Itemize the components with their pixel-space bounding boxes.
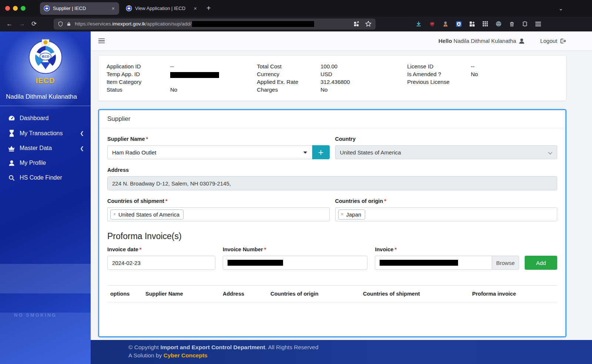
invoice-file-input[interactable] <box>375 256 492 270</box>
tab-supplier[interactable]: Supplier | IECD × <box>40 2 119 15</box>
summary-label: Currency <box>257 70 320 78</box>
summary-value: No <box>471 70 558 78</box>
column-header-options: options <box>107 286 142 302</box>
summary-label: Applied Ex. Rate <box>257 78 320 86</box>
sidebar-item-hs-code-finder[interactable]: HS Code Finder <box>0 170 91 185</box>
sidebar: NO SMOKING IECD IECD Nadila Dithmal Kula… <box>0 31 91 364</box>
lock-icon[interactable] <box>67 21 71 27</box>
bookmark-star-icon[interactable] <box>365 21 371 27</box>
summary-value: USD <box>320 70 407 78</box>
extensions-puzzle-icon[interactable] <box>522 21 528 27</box>
chevron-left-icon: ❮ <box>80 130 84 136</box>
required-asterisk: * <box>139 246 142 252</box>
sidebar-item-dashboard[interactable]: Dashboard <box>0 110 91 126</box>
page-content: Application ID-- Temp App. ID Item Categ… <box>91 51 592 340</box>
tab-close-icon[interactable]: × <box>193 6 198 11</box>
reload-button[interactable]: ⟳ <box>31 20 37 28</box>
remove-tag-icon[interactable]: × <box>113 212 116 217</box>
forward-button[interactable]: → <box>19 20 25 28</box>
browser-toolbar: ← → ⟳ https://eservices.imexport.gov.lk/… <box>0 17 592 31</box>
summary-value <box>471 78 558 86</box>
back-button[interactable]: ← <box>6 20 13 28</box>
supplier-card-title: Supplier <box>99 110 565 128</box>
countries-of-shipment-multiselect[interactable]: × United States of America <box>107 207 330 221</box>
list-all-tabs-icon[interactable]: ⌄ <box>558 5 563 12</box>
required-asterisk: * <box>165 198 168 204</box>
summary-value: 312.436800 <box>320 78 407 86</box>
sidebar-item-master-data[interactable]: Master Data ❮ <box>0 141 91 156</box>
summary-label: License ID <box>407 62 471 70</box>
summary-value <box>170 78 257 86</box>
sidebar-item-my-transactions[interactable]: My Transactions ❮ <box>0 126 91 141</box>
summary-value: No <box>170 86 257 93</box>
logout-button[interactable]: Logout <box>540 38 566 44</box>
browse-button[interactable]: Browse <box>492 256 519 270</box>
summary-label: Charges <box>257 86 320 93</box>
window-controls[interactable] <box>5 6 34 11</box>
countries-of-origin-multiselect[interactable]: × Japan <box>335 207 558 221</box>
sidebar-item-my-profile[interactable]: My Profile <box>0 156 91 170</box>
summary-label: Previous License <box>407 78 471 86</box>
footer: © Copyright Import and Export Control De… <box>91 340 592 364</box>
summary-label: Total Cost <box>257 62 320 70</box>
cyber-concepts-link[interactable]: Cyber Concepts <box>164 352 208 358</box>
apps-grid-icon[interactable] <box>482 21 488 27</box>
copyright-line: © Copyright Import and Export Control De… <box>128 344 592 351</box>
tracking-shield-icon[interactable] <box>58 21 63 27</box>
suppliers-table: options Supplier Name Address Countries … <box>107 285 557 302</box>
ublock-origin-icon[interactable]: UO <box>429 21 435 27</box>
country-value: United States of America <box>340 149 401 156</box>
countries-of-origin-label: Countries of origin* <box>335 198 558 204</box>
column-header-proforma-invoice: Proforma invoice <box>469 286 557 302</box>
password-manager-icon[interactable] <box>456 21 462 27</box>
iecd-favicon <box>126 5 132 11</box>
tag-label: United States of America <box>118 211 179 218</box>
sidebar-toggle-icon[interactable] <box>98 38 105 44</box>
summary-column-1: Application ID-- Temp App. ID Item Categ… <box>107 62 257 93</box>
url-bar[interactable]: https://eservices.imexport.gov.lk/applic… <box>54 18 376 30</box>
brand-text: IECD <box>0 76 91 85</box>
sidebar-item-label: HS Code Finder <box>20 174 62 181</box>
supplier-name-select[interactable]: Ham Radio Outlet <box>107 145 312 159</box>
add-invoice-button[interactable]: Add <box>525 256 557 270</box>
invoice-date-input[interactable]: 2024-02-23 <box>107 256 215 270</box>
blocks-add-icon[interactable] <box>469 21 475 27</box>
address-input[interactable]: 224 N. Broadway D-12, Salem, NH 03079-21… <box>107 176 557 190</box>
summary-value: -- <box>471 62 558 70</box>
required-asterisk: * <box>264 246 266 252</box>
summary-column-3: License ID-- Is Amended ?No Previous Lic… <box>407 62 558 93</box>
sidebar-item-label: Dashboard <box>20 115 48 122</box>
new-tab-button[interactable]: + <box>206 4 211 13</box>
country-select[interactable]: United States of America <box>335 145 558 159</box>
remove-tag-icon[interactable]: × <box>341 212 344 217</box>
top-navbar: Hello Nadila Dithmal Kulanatha Logout <box>91 31 592 51</box>
tab-view-application[interactable]: View Application | IECD × <box>122 2 201 15</box>
privacy-figure-icon[interactable] <box>443 21 448 27</box>
column-header-supplier-name: Supplier Name <box>142 286 220 302</box>
downloads-icon[interactable] <box>416 21 422 27</box>
add-supplier-button[interactable]: + <box>312 145 330 159</box>
summary-value: 100.00 <box>320 62 407 70</box>
solution-line: A Solution by Cyber Concepts <box>128 352 592 359</box>
robot-extension-icon[interactable] <box>495 21 502 27</box>
iecd-favicon <box>44 5 50 11</box>
redacted-value <box>228 260 283 266</box>
user-icon[interactable] <box>519 38 525 44</box>
reader-mode-icon[interactable] <box>353 21 359 27</box>
zoom-window-button[interactable] <box>21 6 26 11</box>
sidebar-item-label: My Profile <box>20 160 46 166</box>
selected-country-tag: × United States of America <box>110 210 184 220</box>
select-caret-icon <box>303 152 307 154</box>
minimize-window-button[interactable] <box>13 6 18 11</box>
close-window-button[interactable] <box>5 6 10 11</box>
summary-value-redacted <box>170 70 257 78</box>
sidebar-background-text: NO SMOKING <box>14 312 57 318</box>
summary-label: Temp App. ID <box>107 70 170 78</box>
invoice-number-input[interactable] <box>223 256 368 270</box>
main-area: Hello Nadila Dithmal Kulanatha Logout Ap… <box>91 31 592 364</box>
tab-close-icon[interactable]: × <box>111 6 115 11</box>
column-header-countries-of-origin: Countries of origin <box>268 286 360 302</box>
sidebar-item-label: Master Data <box>20 145 52 152</box>
browser-menu-icon[interactable] <box>535 22 541 26</box>
trash-archive-icon[interactable] <box>509 21 515 27</box>
